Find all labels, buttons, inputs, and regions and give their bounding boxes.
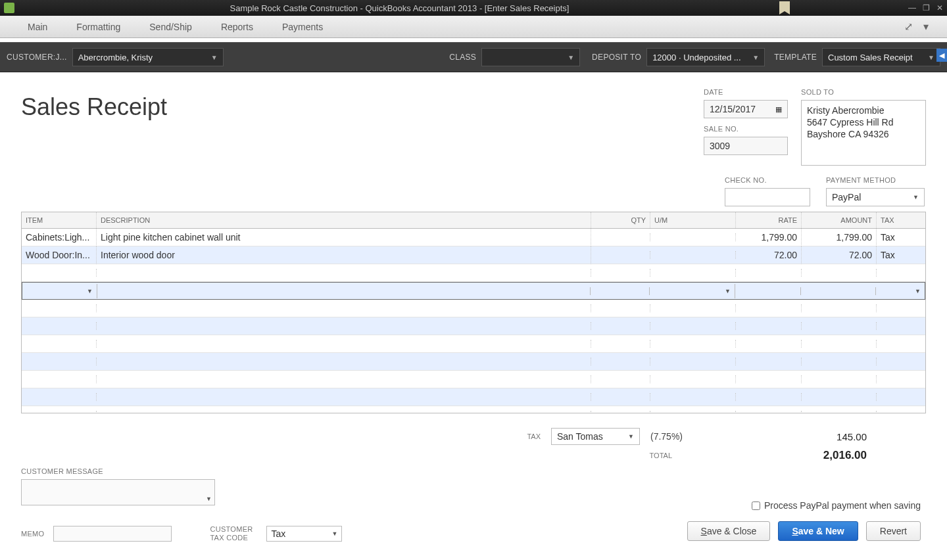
cell-amount[interactable] — [801, 287, 876, 295]
template-value: Custom Sales Receipt — [828, 53, 913, 62]
caret-icon: ▼ — [332, 530, 338, 537]
total-amount: 2,016.00 — [683, 449, 867, 462]
tab-sendship[interactable]: Send/Ship — [135, 22, 206, 32]
cell-rate[interactable]: 1,799.00 — [736, 229, 802, 246]
cell-um[interactable]: ▼ — [650, 284, 735, 298]
close-icon[interactable]: ✕ — [936, 3, 943, 12]
tax-label: TAX — [527, 432, 541, 440]
soldto-value: Kristy Abercrombie 5647 Cypress Hill Rd … — [807, 105, 894, 139]
line-item-grid: ITEM DESCRIPTION QTY U/M RATE AMOUNT TAX… — [21, 212, 926, 413]
dropdown-icon[interactable]: ▼ — [87, 288, 93, 294]
total-label: TOTAL — [650, 452, 672, 459]
col-tax: TAX — [877, 212, 925, 228]
cell-tax[interactable]: Tax — [877, 229, 925, 246]
date-input[interactable]: 12/15/2017 ▦ — [704, 100, 788, 118]
bookmark-icon[interactable] — [779, 1, 790, 14]
process-payment-checkbox[interactable] — [752, 502, 760, 510]
date-value: 12/15/2017 — [710, 104, 756, 114]
tab-reports[interactable]: Reports — [206, 22, 268, 32]
cell-amount[interactable]: 72.00 — [802, 246, 877, 264]
deposit-value: 12000 · Undeposited ... — [652, 53, 741, 62]
cell-desc[interactable]: Light pine kitchen cabinet wall unit — [97, 229, 591, 246]
bottom-panel: CUSTOMER MESSAGE ▼ MEMO CUSTOMER TAX COD… — [21, 467, 926, 542]
cell-tax[interactable]: Tax — [877, 246, 925, 264]
tab-payments[interactable]: Payments — [268, 22, 337, 32]
soldto-label: SOLD TO — [801, 88, 926, 96]
grid-header: ITEM DESCRIPTION QTY U/M RATE AMOUNT TAX — [22, 212, 925, 229]
popout-icon[interactable]: ⤢ — [899, 20, 918, 33]
grid-row-active[interactable]: ▼ ▼ ▼ — [22, 282, 925, 300]
payment-select[interactable]: PayPal ▼ — [826, 188, 925, 206]
cell-qty[interactable] — [591, 251, 650, 259]
grid-row[interactable]: Wood Door:In... Interior wood door 72.00… — [22, 246, 925, 264]
checkno-label: CHECK NO. — [725, 176, 810, 184]
cell-um[interactable] — [650, 233, 736, 241]
cell-desc[interactable]: Interior wood door — [97, 246, 591, 264]
tax-code-select[interactable]: Tax ▼ — [266, 526, 342, 542]
dropdown-icon[interactable]: ▼ — [725, 288, 731, 294]
col-rate: RATE — [736, 212, 802, 228]
cell-item[interactable]: Cabinets:Ligh... — [22, 229, 97, 246]
caret-icon: ▼ — [211, 54, 218, 61]
save-new-button[interactable]: Save & New — [778, 521, 858, 541]
cell-amount[interactable]: 1,799.00 — [802, 229, 877, 246]
cell-tax[interactable]: ▼ — [876, 284, 925, 298]
calendar-icon[interactable]: ▦ — [775, 105, 782, 114]
ribbon-bar: Main Formatting Send/Ship Reports Paymen… — [0, 16, 947, 38]
checkno-input[interactable] — [725, 188, 810, 206]
grid-row-empty[interactable] — [22, 353, 925, 371]
saleno-label: SALE NO. — [704, 125, 788, 133]
process-payment-label: Process PayPal payment when saving — [764, 500, 921, 511]
form-toolbar: CUSTOMER:J... Abercrombie, Kristy ▼ CLAS… — [0, 42, 947, 72]
revert-button[interactable]: Revert — [866, 521, 921, 541]
collapse-right-panel[interactable]: ◀ — [936, 49, 947, 62]
grid-row-empty[interactable] — [22, 264, 925, 282]
grid-row-empty[interactable] — [22, 335, 925, 353]
caret-icon: ▼ — [913, 194, 919, 200]
cell-rate[interactable]: 72.00 — [736, 246, 802, 264]
template-label: TEMPLATE — [774, 53, 817, 62]
date-label: DATE — [704, 88, 788, 96]
class-select[interactable]: ▼ — [481, 48, 580, 66]
restore-icon[interactable]: ❐ — [923, 3, 930, 12]
grid-row[interactable]: Cabinets:Ligh... Light pine kitchen cabi… — [22, 229, 925, 246]
cell-um[interactable] — [650, 251, 736, 259]
tab-formatting[interactable]: Formatting — [62, 22, 135, 32]
col-qty: QTY — [591, 212, 650, 228]
cell-item[interactable]: ▼ — [22, 284, 97, 298]
class-label: CLASS — [449, 53, 476, 62]
save-close-button[interactable]: Save & Close — [687, 521, 771, 541]
grid-row-empty[interactable] — [22, 371, 925, 388]
cell-item[interactable]: Wood Door:In... — [22, 246, 97, 264]
deposit-select[interactable]: 12000 · Undeposited ... ▼ — [646, 48, 765, 66]
grid-row-empty[interactable] — [22, 317, 925, 335]
caret-icon: ▼ — [628, 433, 634, 440]
cust-msg-select[interactable]: ▼ — [21, 479, 215, 505]
title-bar: Sample Rock Castle Construction - QuickB… — [0, 0, 947, 16]
tab-main[interactable]: Main — [13, 22, 62, 32]
cell-rate[interactable] — [735, 287, 801, 295]
caret-icon: ▼ — [206, 496, 212, 502]
cell-qty[interactable] — [591, 287, 650, 295]
grid-body[interactable]: Cabinets:Ligh... Light pine kitchen cabi… — [22, 229, 925, 413]
process-payment-row[interactable]: Process PayPal payment when saving — [687, 500, 921, 511]
caret-icon: ▼ — [928, 54, 935, 61]
col-desc: DESCRIPTION — [97, 212, 591, 228]
tax-item-select[interactable]: San Tomas ▼ — [551, 428, 640, 445]
tax-item-value: San Tomas — [557, 431, 603, 442]
soldto-box[interactable]: Kristy Abercrombie 5647 Cypress Hill Rd … — [801, 100, 926, 166]
customer-select[interactable]: Abercrombie, Kristy ▼ — [72, 48, 224, 66]
col-amount: AMOUNT — [802, 212, 877, 228]
cell-desc[interactable] — [97, 287, 591, 295]
saleno-input[interactable]: 3009 — [704, 137, 788, 155]
grid-row-empty[interactable] — [22, 388, 925, 406]
dropdown-icon[interactable]: ▼ — [915, 288, 921, 294]
grid-row-empty[interactable] — [22, 300, 925, 317]
tax-row: TAX San Tomas ▼ (7.75%) 145.00 — [21, 428, 926, 445]
chevron-down-icon[interactable]: ▾ — [918, 20, 934, 33]
minimize-icon[interactable]: — — [908, 3, 916, 12]
memo-input[interactable] — [53, 526, 172, 542]
cell-qty[interactable] — [591, 233, 650, 241]
grid-row-empty[interactable] — [22, 406, 925, 413]
template-select[interactable]: Custom Sales Receipt ▼ — [822, 48, 940, 66]
